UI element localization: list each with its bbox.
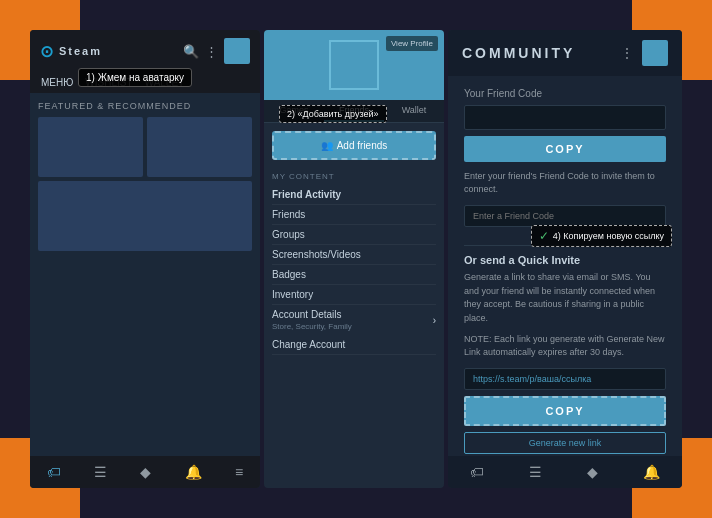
bottom-nav-list-icon[interactable]: ☰ bbox=[94, 464, 107, 480]
community-content: Your Friend Code COPY Enter your friend'… bbox=[448, 76, 682, 454]
link-url-input[interactable] bbox=[464, 368, 666, 390]
account-details-item[interactable]: Account Details Store, Security, Family … bbox=[272, 305, 436, 335]
community-bottom-tag-icon[interactable]: 🏷 bbox=[470, 464, 484, 480]
my-content-label: MY CONTENT bbox=[272, 172, 436, 181]
quick-invite-desc: Generate a link to share via email or SM… bbox=[464, 271, 666, 325]
profile-popup: View Profile 2) «Добавить друзей» Games … bbox=[264, 30, 444, 488]
steam-icon: ⊙ bbox=[40, 42, 53, 61]
community-panel: COMMUNITY ⋮ Your Friend Code COPY Enter … bbox=[448, 30, 682, 488]
bottom-nav-hamburger-icon[interactable]: ≡ bbox=[235, 464, 243, 480]
community-header: COMMUNITY ⋮ bbox=[448, 30, 682, 76]
annotation-2: 2) «Добавить друзей» bbox=[279, 105, 387, 123]
groups-item[interactable]: Groups bbox=[272, 225, 436, 245]
popup-avatar-area: View Profile bbox=[264, 30, 444, 100]
invite-description: Enter your friend's Friend Code to invit… bbox=[464, 170, 666, 195]
community-menu-icon[interactable]: ⋮ bbox=[620, 45, 634, 61]
change-account-item[interactable]: Change Account bbox=[272, 335, 436, 355]
annotation-4: ✓ 4) Копируем новую ссылку bbox=[531, 225, 672, 247]
steam-menu-icon[interactable]: ⋮ bbox=[205, 44, 218, 59]
steam-bottom-nav: 🏷 ☰ ◆ 🔔 ≡ bbox=[30, 456, 260, 488]
steam-panel: ⊙ Steam 🔍 ⋮ МЕНЮ WISHLIST WALLET 1) Жмем… bbox=[30, 30, 260, 488]
community-bottom-nav: 🏷 ☰ ◆ 🔔 bbox=[448, 456, 682, 488]
featured-item-1 bbox=[38, 117, 143, 177]
steam-content: FEATURED & RECOMMENDED bbox=[30, 93, 260, 259]
check-icon: ✓ bbox=[539, 229, 549, 243]
chevron-right-icon: › bbox=[433, 315, 436, 326]
featured-item-large bbox=[38, 181, 252, 251]
add-friends-label: Add friends bbox=[337, 140, 388, 151]
friend-activity-item[interactable]: Friend Activity bbox=[272, 185, 436, 205]
copy-button-1[interactable]: COPY bbox=[464, 136, 666, 162]
community-avatar[interactable] bbox=[642, 40, 668, 66]
friends-item[interactable]: Friends bbox=[272, 205, 436, 225]
friend-code-input[interactable] bbox=[464, 105, 666, 130]
screenshots-item[interactable]: Screenshots/Videos bbox=[272, 245, 436, 265]
community-title: COMMUNITY bbox=[462, 45, 575, 61]
friend-code-label: Your Friend Code bbox=[464, 88, 666, 99]
quick-invite-label: Or send a Quick Invite bbox=[464, 254, 666, 266]
community-bottom-diamond-icon[interactable]: ◆ bbox=[587, 464, 598, 480]
steam-avatar[interactable] bbox=[224, 38, 250, 64]
add-friends-button[interactable]: 👥 Add friends bbox=[272, 131, 436, 160]
main-container: ⊙ Steam 🔍 ⋮ МЕНЮ WISHLIST WALLET 1) Жмем… bbox=[30, 30, 682, 488]
badges-item[interactable]: Badges bbox=[272, 265, 436, 285]
view-profile-button[interactable]: View Profile bbox=[386, 36, 438, 51]
nav-item-menu[interactable]: МЕНЮ bbox=[35, 72, 79, 93]
copy-button-2[interactable]: COPY bbox=[464, 396, 666, 426]
account-label: Account Details bbox=[272, 309, 352, 320]
annotation-4-text: 4) Копируем новую ссылку bbox=[553, 231, 664, 241]
tab-wallet[interactable]: Wallet bbox=[384, 100, 444, 122]
featured-grid bbox=[38, 117, 252, 251]
featured-item-2 bbox=[147, 117, 252, 177]
inventory-item[interactable]: Inventory bbox=[272, 285, 436, 305]
bottom-nav-tag-icon[interactable]: 🏷 bbox=[47, 464, 61, 480]
popup-avatar[interactable] bbox=[329, 40, 379, 90]
community-bottom-bell-icon[interactable]: 🔔 bbox=[643, 464, 660, 480]
enter-friend-code-input[interactable] bbox=[464, 205, 666, 227]
steam-header: ⊙ Steam 🔍 ⋮ bbox=[30, 30, 260, 72]
annotation-1: 1) Жмем на аватарку bbox=[78, 68, 192, 87]
bottom-nav-diamond-icon[interactable]: ◆ bbox=[140, 464, 151, 480]
generate-link-button[interactable]: Generate new link bbox=[464, 432, 666, 454]
steam-logo: Steam bbox=[59, 45, 102, 57]
search-icon[interactable]: 🔍 bbox=[183, 44, 199, 59]
add-friends-icon: 👥 bbox=[321, 140, 333, 151]
note-text: NOTE: Each link you generate with Genera… bbox=[464, 333, 666, 358]
featured-label: FEATURED & RECOMMENDED bbox=[38, 101, 252, 111]
bottom-nav-bell-icon[interactable]: 🔔 bbox=[185, 464, 202, 480]
community-bottom-list-icon[interactable]: ☰ bbox=[529, 464, 542, 480]
account-sub: Store, Security, Family bbox=[272, 322, 352, 331]
my-content-section: MY CONTENT Friend Activity Friends Group… bbox=[264, 168, 444, 359]
